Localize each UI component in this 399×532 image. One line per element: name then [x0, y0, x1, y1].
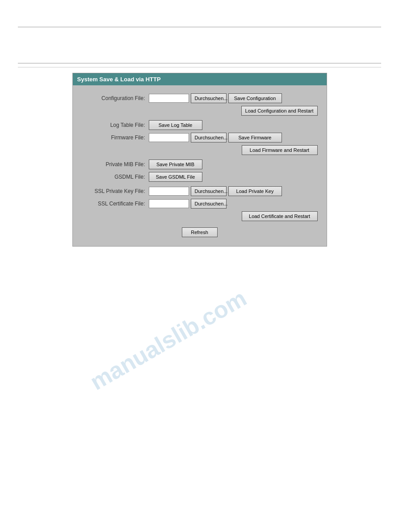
load-firmware-restart-button[interactable]: Load Firmware and Restart — [242, 145, 318, 155]
log-table-file-controls: Save Log Table — [149, 120, 202, 130]
top-divider — [18, 27, 381, 27]
private-mib-file-controls: Save Private MIB — [149, 159, 202, 169]
private-mib-file-label: Private MIB File: — [82, 161, 149, 168]
load-configuration-row: Load Configuration and Restart — [82, 106, 318, 116]
load-certificate-row: Load Certificate and Restart — [82, 211, 318, 221]
watermark: manualslib.com — [85, 285, 251, 395]
configuration-file-controls: Durchsuchen... Save Configuration — [149, 93, 282, 103]
ssl-certificate-file-label: SSL Certificate File: — [82, 201, 149, 207]
gsdml-file-controls: Save GSDML File — [149, 172, 202, 182]
private-mib-file-row: Private MIB File: Save Private MIB — [82, 159, 318, 169]
load-configuration-restart-button[interactable]: Load Configuration and Restart — [241, 106, 318, 116]
refresh-row: Refresh — [82, 227, 318, 237]
panel-title: System Save & Load via HTTP — [77, 76, 161, 83]
save-private-mib-button[interactable]: Save Private MIB — [149, 159, 202, 169]
panel-header: System Save & Load via HTTP — [73, 73, 327, 85]
ssl-certificate-file-row: SSL Certificate File: Durchsuchen... — [82, 199, 318, 209]
ssl-certificate-file-input[interactable] — [149, 199, 189, 208]
system-save-load-panel: System Save & Load via HTTP Configuratio… — [72, 73, 327, 247]
firmware-file-row: Firmware File: Durchsuchen... Save Firmw… — [82, 133, 318, 142]
gsdml-file-row: GSDML File: Save GSDML File — [82, 172, 318, 182]
log-table-file-row: Log Table File: Save Log Table — [82, 120, 318, 130]
configuration-file-browse-button[interactable]: Durchsuchen... — [191, 93, 227, 103]
ssl-private-key-row: SSL Private Key File: Durchsuchen... Loa… — [82, 186, 318, 196]
firmware-file-browse-button[interactable]: Durchsuchen... — [191, 133, 227, 142]
save-configuration-button[interactable]: Save Configuration — [228, 93, 282, 103]
ssl-private-key-input[interactable] — [149, 187, 189, 196]
firmware-file-controls: Durchsuchen... Save Firmware — [149, 133, 282, 142]
ssl-private-key-browse-button[interactable]: Durchsuchen... — [191, 186, 227, 196]
configuration-file-input[interactable] — [149, 94, 189, 103]
gsdml-file-label: GSDML File: — [82, 174, 149, 180]
ssl-certificate-file-controls: Durchsuchen... — [149, 199, 227, 209]
mid-divider — [18, 63, 381, 63]
load-private-key-button[interactable]: Load Private Key — [228, 186, 282, 196]
configuration-file-label: Configuration File: — [82, 95, 149, 101]
firmware-file-input[interactable] — [149, 133, 189, 142]
bottom-divider — [18, 67, 381, 67]
save-firmware-button[interactable]: Save Firmware — [228, 133, 282, 142]
ssl-private-key-controls: Durchsuchen... Load Private Key — [149, 186, 282, 196]
load-firmware-row: Load Firmware and Restart — [82, 145, 318, 155]
save-log-table-button[interactable]: Save Log Table — [149, 120, 202, 130]
firmware-file-label: Firmware File: — [82, 134, 149, 141]
refresh-button[interactable]: Refresh — [182, 227, 218, 237]
log-table-file-label: Log Table File: — [82, 122, 149, 128]
ssl-certificate-file-browse-button[interactable]: Durchsuchen... — [191, 199, 227, 209]
ssl-private-key-label: SSL Private Key File: — [82, 188, 149, 194]
panel-body: Configuration File: Durchsuchen... Save … — [73, 92, 327, 239]
save-gsdml-file-button[interactable]: Save GSDML File — [149, 172, 202, 182]
configuration-file-row: Configuration File: Durchsuchen... Save … — [82, 93, 318, 103]
load-certificate-restart-button[interactable]: Load Certificate and Restart — [242, 211, 318, 221]
page-container: System Save & Load via HTTP Configuratio… — [0, 0, 399, 532]
